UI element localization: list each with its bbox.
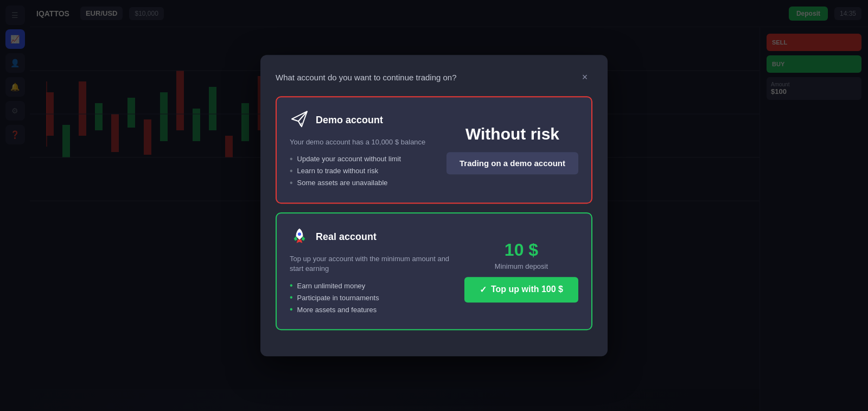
- demo-account-subtitle: Your demo account has a 10,000 $ balance: [290, 137, 436, 147]
- without-risk-heading: Without risk: [465, 125, 559, 143]
- real-feature-1: Earn unlimited money: [290, 281, 454, 290]
- minimum-amount: 10 $: [505, 240, 538, 260]
- demo-feature-list: Update your account without limit Learn …: [290, 155, 436, 187]
- demo-feature-1: Update your account without limit: [290, 155, 436, 163]
- demo-account-title: Demo account: [316, 115, 383, 126]
- real-feature-2: Participate in tournaments: [290, 293, 454, 302]
- real-account-card[interactable]: Real account Top up your account with th…: [276, 212, 592, 330]
- real-account-header: Real account: [290, 225, 454, 249]
- demo-trade-button[interactable]: Trading on a demo account: [446, 152, 578, 174]
- demo-account-header: Demo account: [290, 109, 436, 132]
- demo-feature-2: Learn to trade without risk: [290, 167, 436, 175]
- real-feature-3: More assets and features: [290, 305, 454, 314]
- account-selection-modal: What account do you want to continue tra…: [260, 55, 608, 357]
- demo-feature-3: Some assets are unavailable: [290, 179, 436, 187]
- topup-button[interactable]: ✓ Top up with 100 $: [464, 277, 578, 302]
- paper-plane-icon: [290, 109, 309, 132]
- real-account-subtitle: Top up your account with the minimum amo…: [290, 254, 454, 274]
- modal-header: What account do you want to continue tra…: [276, 70, 592, 85]
- real-card-right: 10 $ Minimum deposit ✓ Top up with 100 $: [464, 240, 578, 302]
- topup-button-label: Top up with 100 $: [491, 285, 563, 295]
- minimum-deposit-label: Minimum deposit: [495, 262, 548, 270]
- svg-point-24: [298, 232, 301, 236]
- demo-card-right: Without risk Trading on a demo account: [446, 125, 578, 174]
- demo-account-card[interactable]: Demo account Your demo account has a 10,…: [276, 96, 592, 204]
- rocket-icon: [290, 225, 309, 249]
- real-card-left: Real account Top up your account with th…: [290, 225, 454, 317]
- topup-check-icon: ✓: [480, 284, 487, 295]
- modal-title: What account do you want to continue tra…: [276, 73, 457, 82]
- modal-close-button[interactable]: ×: [577, 70, 592, 85]
- demo-card-left: Demo account Your demo account has a 10,…: [290, 109, 436, 191]
- real-account-title: Real account: [316, 231, 376, 243]
- real-feature-list: Earn unlimited money Participate in tour…: [290, 281, 454, 314]
